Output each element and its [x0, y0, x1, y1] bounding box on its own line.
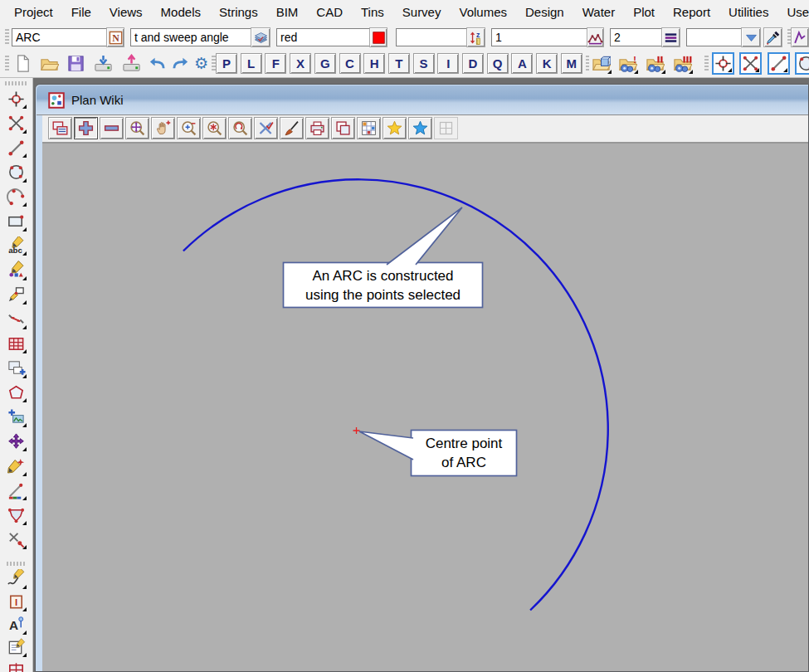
insert-text-tool[interactable]: I: [4, 591, 27, 612]
cad-circle-button[interactable]: [795, 52, 809, 75]
zoom-window-button[interactable]: [177, 117, 201, 139]
polygon-points-tool[interactable]: [4, 504, 27, 526]
new-button[interactable]: [10, 52, 35, 75]
export-button[interactable]: [118, 52, 144, 75]
menu-bim[interactable]: BIM: [267, 0, 308, 25]
draw-symbol-tool[interactable]: [4, 260, 27, 281]
modify-point-tool[interactable]: [4, 455, 27, 477]
tin-picker-button[interactable]: [587, 27, 604, 47]
draw-points-tool[interactable]: [4, 113, 27, 134]
cad-points-button[interactable]: [739, 52, 762, 75]
snap-toggle-l[interactable]: L: [241, 53, 262, 74]
favourite-yellow-button[interactable]: [383, 117, 407, 139]
height-picker-button[interactable]: z: [466, 27, 485, 47]
toolbar-grip[interactable]: [5, 29, 9, 46]
plan-window-titlebar[interactable]: Plan Wiki: [37, 85, 808, 115]
draw-rectangle-tool[interactable]: [4, 211, 27, 232]
save-button[interactable]: [63, 52, 88, 75]
undo-button[interactable]: [146, 52, 168, 75]
menu-user[interactable]: User: [777, 0, 809, 25]
draw-polygon-tool[interactable]: [4, 382, 27, 403]
menu-tins[interactable]: Tins: [352, 0, 393, 25]
draw-arc-tool[interactable]: [4, 186, 27, 207]
settings-button[interactable]: ⚙: [191, 52, 211, 75]
import-button[interactable]: [90, 52, 116, 75]
symbol-box-tool[interactable]: [4, 284, 27, 305]
menu-survey[interactable]: Survey: [393, 0, 451, 25]
colour-swatch-button[interactable]: [369, 27, 387, 47]
snap-toggle-i[interactable]: I: [437, 53, 459, 74]
line-width-field[interactable]: [491, 28, 592, 46]
draw-text-tool[interactable]: abc: [4, 235, 27, 256]
cad-point-button[interactable]: [712, 52, 734, 75]
draw-line-tool[interactable]: [4, 137, 27, 158]
menu-water[interactable]: Water: [573, 0, 624, 25]
model-group-2-button[interactable]: [643, 52, 666, 75]
tinable-picker-button[interactable]: [251, 27, 270, 47]
delete-point-tool[interactable]: [4, 528, 27, 550]
segment-colours-tool[interactable]: [4, 480, 27, 501]
view-menu-button[interactable]: [48, 117, 72, 139]
toolbar-grip[interactable]: [5, 56, 9, 71]
view-settings-button[interactable]: [357, 117, 381, 139]
model-cube-button[interactable]: [589, 52, 612, 75]
draw-point-tool[interactable]: [4, 88, 27, 110]
menu-strings[interactable]: Strings: [210, 0, 267, 25]
snap-toggle-h[interactable]: H: [363, 53, 385, 74]
plot-button[interactable]: [305, 117, 329, 139]
snap-modes-button[interactable]: [254, 117, 278, 139]
menu-report[interactable]: Report: [664, 0, 719, 25]
open-button[interactable]: [37, 52, 61, 75]
menu-cad[interactable]: CAD: [307, 0, 352, 25]
menu-models[interactable]: Models: [152, 0, 210, 25]
copy-view-button[interactable]: [331, 117, 355, 139]
grid-table-tool[interactable]: [4, 333, 27, 354]
height-field[interactable]: [396, 28, 469, 46]
plan-window-tool[interactable]: [4, 660, 27, 672]
menu-plot[interactable]: Plot: [624, 0, 664, 25]
toolbar-grip[interactable]: [5, 81, 27, 85]
note-edit-tool[interactable]: [4, 636, 27, 658]
colour-field[interactable]: [276, 28, 374, 46]
clipped-tool-button[interactable]: [791, 27, 809, 47]
brush-button[interactable]: [280, 117, 304, 139]
menu-design[interactable]: Design: [516, 0, 573, 25]
redo-button[interactable]: [169, 52, 191, 75]
name-picker-button[interactable]: N: [106, 27, 124, 47]
menu-project[interactable]: Project: [5, 0, 62, 25]
snap-toggle-g[interactable]: G: [314, 53, 336, 74]
move-tool[interactable]: [4, 431, 27, 452]
centre-point-marker[interactable]: [353, 427, 360, 434]
arc-string[interactable]: [183, 179, 608, 610]
snap-toggle-d[interactable]: D: [462, 53, 484, 74]
insert-image-tool[interactable]: [4, 407, 27, 428]
weight-field[interactable]: [610, 28, 664, 46]
menu-utilities[interactable]: Utilities: [719, 0, 777, 25]
snap-toggle-k[interactable]: K: [536, 53, 558, 74]
menu-volumes[interactable]: Volumes: [450, 0, 516, 25]
snap-toggle-s[interactable]: S: [413, 53, 435, 74]
eyedropper-button[interactable]: [763, 27, 782, 47]
copy-window-tool[interactable]: [4, 358, 27, 379]
draw-circle-tool[interactable]: [4, 162, 27, 183]
zoom-in-button[interactable]: [74, 117, 98, 139]
create-method-field[interactable]: [130, 28, 255, 46]
cad-line-button[interactable]: [768, 52, 790, 75]
snap-toggle-m[interactable]: M: [561, 53, 582, 74]
favourite-blue-button[interactable]: [408, 117, 432, 139]
model-group-3-button[interactable]: [670, 52, 694, 75]
redraw-button[interactable]: [228, 117, 252, 139]
pan-button[interactable]: [125, 117, 149, 139]
menu-file[interactable]: File: [62, 0, 100, 25]
zoom-out-button[interactable]: [100, 117, 124, 139]
annotate-tool[interactable]: A: [4, 614, 27, 635]
name-field[interactable]: [12, 28, 111, 46]
menu-views[interactable]: Views: [100, 0, 152, 25]
snap-toggle-f[interactable]: F: [265, 53, 286, 74]
snap-toggle-p[interactable]: P: [216, 53, 237, 74]
zoom-previous-button[interactable]: [202, 117, 227, 139]
plan-canvas[interactable]: An ARC is constructedusing the points se…: [42, 144, 808, 671]
window-frame-button[interactable]: [434, 117, 458, 139]
grab-button[interactable]: [151, 117, 175, 139]
freehand-tool[interactable]: [4, 568, 27, 590]
